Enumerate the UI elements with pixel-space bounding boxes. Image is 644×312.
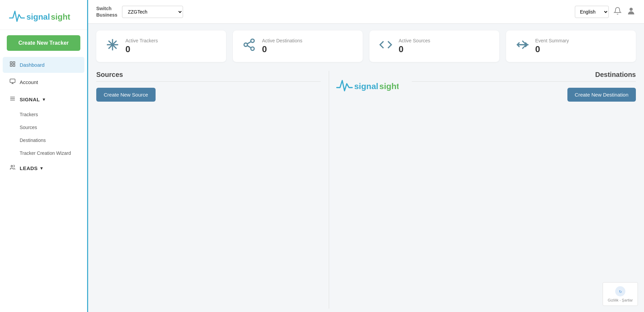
svg-rect-2 xyxy=(10,62,12,63)
sidebar-nav: Dashboard Account SIGNAL ▾ Trackers Sour… xyxy=(0,56,87,177)
stat-card-event-summary: Event Summary 0 xyxy=(506,30,636,62)
sources-section: Sources Create New Source xyxy=(96,71,329,309)
destinations-title: Destinations xyxy=(412,71,636,82)
svg-point-12 xyxy=(11,165,13,167)
dashboard-icon xyxy=(9,61,16,69)
event-summary-icon xyxy=(516,38,529,55)
signal-chevron-icon: ▾ xyxy=(43,97,45,102)
active-sources-value: 0 xyxy=(399,44,430,55)
sidebar-item-account-label: Account xyxy=(20,79,38,85)
stat-info-active-trackers: Active Trackers 0 xyxy=(125,38,158,55)
leads-section-icon xyxy=(9,164,16,172)
active-sources-icon xyxy=(379,38,393,55)
leads-chevron-icon: ▾ xyxy=(40,166,43,171)
sidebar-item-destinations-label: Destinations xyxy=(20,138,46,143)
active-trackers-icon xyxy=(106,38,119,55)
sidebar-item-dashboard[interactable]: Dashboard xyxy=(3,57,84,73)
sources-title: Sources xyxy=(96,71,321,82)
svg-rect-3 xyxy=(13,62,15,63)
svg-point-19 xyxy=(244,43,247,46)
create-source-button[interactable]: Create New Source xyxy=(96,88,156,102)
stat-info-active-sources: Active Sources 0 xyxy=(399,38,430,55)
destinations-section: Destinations Create New Destination xyxy=(404,71,636,309)
sources-destinations-row: Sources Create New Source signal sight D… xyxy=(88,67,644,312)
stat-card-active-trackers: Active Trackers 0 xyxy=(96,30,226,62)
sidebar-section-signal-label: SIGNAL xyxy=(20,97,40,102)
active-destinations-label: Active Destinations xyxy=(262,38,302,43)
active-destinations-value: 0 xyxy=(262,44,302,55)
account-icon xyxy=(9,78,16,86)
svg-rect-6 xyxy=(10,79,15,83)
logo-area: signal sight xyxy=(0,0,87,30)
center-logo: signal sight xyxy=(329,71,404,309)
active-sources-label: Active Sources xyxy=(399,38,430,43)
svg-point-18 xyxy=(251,39,254,42)
recaptcha-badge: ↻ Gizlilik - Şartlar xyxy=(603,282,638,306)
svg-text:↻: ↻ xyxy=(619,290,622,294)
sidebar-item-dashboard-label: Dashboard xyxy=(20,62,44,68)
event-summary-value: 0 xyxy=(535,44,569,55)
sidebar-item-account[interactable]: Account xyxy=(3,74,84,90)
sidebar-item-trackers-label: Trackers xyxy=(20,112,38,117)
svg-rect-5 xyxy=(10,65,12,66)
sidebar-item-trackers[interactable]: Trackers xyxy=(3,108,84,121)
logo-svg: signal sight xyxy=(7,6,75,25)
svg-text:signal: signal xyxy=(354,82,378,91)
signal-section-icon xyxy=(9,96,16,103)
create-destination-button[interactable]: Create New Destination xyxy=(567,88,636,102)
sidebar-item-destinations[interactable]: Destinations xyxy=(3,134,84,146)
recaptcha-text: Gizlilik - Şartlar xyxy=(608,298,633,302)
svg-text:sight: sight xyxy=(51,12,70,21)
notification-bell-icon[interactable] xyxy=(613,7,622,17)
sidebar-item-tracker-creation-wizard[interactable]: Tracker Creation Wizard xyxy=(3,147,84,159)
logo: signal sight xyxy=(7,6,80,25)
stat-card-active-sources: Active Sources 0 xyxy=(369,30,499,62)
switch-business-label: Switch Business xyxy=(96,5,117,18)
svg-point-13 xyxy=(629,7,632,11)
svg-text:signal: signal xyxy=(26,12,50,21)
stat-card-active-destinations: Active Destinations 0 xyxy=(233,30,363,62)
header-right: English Turkish xyxy=(575,6,636,18)
sidebar-section-leads[interactable]: LEADS ▾ xyxy=(3,160,84,176)
stat-info-event-summary: Event Summary 0 xyxy=(535,38,569,55)
sidebar-section-signal[interactable]: SIGNAL ▾ xyxy=(3,91,84,107)
svg-rect-4 xyxy=(13,65,15,66)
sidebar-item-tracker-creation-wizard-label: Tracker Creation Wizard xyxy=(20,150,71,156)
user-avatar-icon[interactable] xyxy=(626,6,636,18)
stat-info-active-destinations: Active Destinations 0 xyxy=(262,38,302,55)
recaptcha-icon: ↻ xyxy=(615,286,626,297)
language-select[interactable]: English Turkish xyxy=(575,6,609,18)
active-destinations-icon xyxy=(242,38,256,55)
header: Switch Business ZZGTech English Turkish xyxy=(88,0,644,24)
main-content: Switch Business ZZGTech English Turkish xyxy=(88,0,644,312)
svg-line-22 xyxy=(247,42,251,44)
active-trackers-label: Active Trackers xyxy=(125,38,158,43)
active-trackers-value: 0 xyxy=(125,44,158,55)
event-summary-label: Event Summary xyxy=(535,38,569,43)
sidebar-item-sources[interactable]: Sources xyxy=(3,121,84,133)
header-left: Switch Business ZZGTech xyxy=(96,5,183,18)
svg-text:sight: sight xyxy=(379,82,399,91)
sidebar: signal sight Create New Tracker Dashboar… xyxy=(0,0,88,312)
svg-line-21 xyxy=(247,46,251,48)
center-logo-svg: signal sight xyxy=(334,74,399,95)
sidebar-item-sources-label: Sources xyxy=(20,125,37,130)
sidebar-section-leads-label: LEADS xyxy=(20,165,38,171)
business-select[interactable]: ZZGTech xyxy=(122,6,183,18)
svg-point-20 xyxy=(251,47,254,50)
stats-row: Active Trackers 0 Active Destinations 0 … xyxy=(88,24,644,67)
create-tracker-button[interactable]: Create New Tracker xyxy=(7,35,80,51)
